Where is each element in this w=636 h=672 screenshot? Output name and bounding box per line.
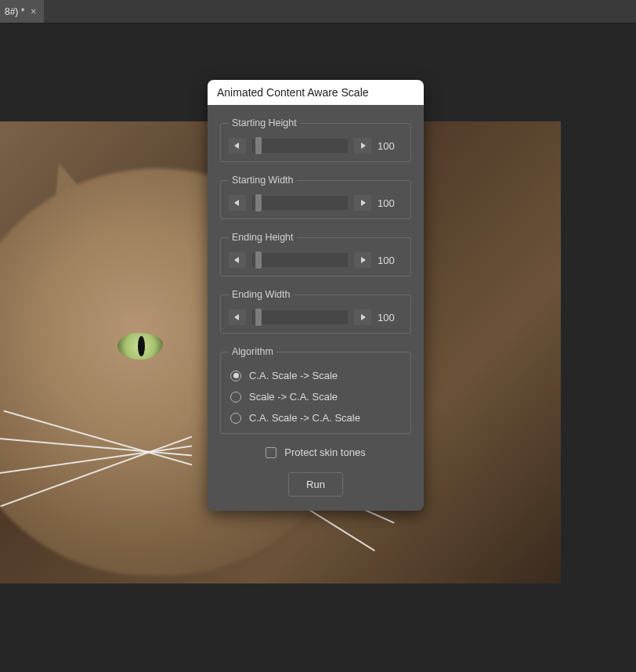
- ending-height-increment[interactable]: [354, 252, 371, 268]
- starting-height-increment[interactable]: [354, 138, 371, 154]
- starting-height-value: 100: [378, 140, 403, 152]
- algorithm-option-label: Scale -> C.A. Scale: [249, 391, 338, 403]
- triangle-left-icon: [233, 256, 241, 264]
- triangle-left-icon: [233, 199, 241, 207]
- triangle-right-icon: [359, 256, 367, 264]
- starting-width-decrement[interactable]: [229, 195, 246, 211]
- algorithm-option-label: C.A. Scale -> Scale: [249, 370, 338, 381]
- triangle-left-icon: [233, 313, 241, 321]
- starting-height-label: Starting Height: [229, 117, 300, 128]
- animated-content-aware-scale-dialog: Animated Content Aware Scale Starting He…: [208, 80, 424, 511]
- triangle-left-icon: [233, 142, 241, 150]
- ending-width-group: Ending Width 100: [220, 289, 411, 334]
- slider-thumb[interactable]: [255, 194, 262, 211]
- starting-width-increment[interactable]: [354, 195, 371, 211]
- ending-width-value: 100: [378, 312, 403, 323]
- algorithm-legend: Algorithm: [229, 346, 276, 357]
- starting-width-slider[interactable]: [252, 196, 348, 210]
- starting-width-group: Starting Width 100: [220, 175, 411, 219]
- ending-height-slider[interactable]: [252, 253, 348, 267]
- radio-icon: [230, 413, 241, 424]
- triangle-right-icon: [359, 199, 367, 207]
- ending-width-decrement[interactable]: [229, 309, 246, 325]
- protect-skin-tones-label: Protect skin tones: [284, 446, 365, 458]
- algorithm-option-1[interactable]: Scale -> C.A. Scale: [230, 391, 401, 403]
- slider-thumb[interactable]: [255, 251, 262, 269]
- dialog-title: Animated Content Aware Scale: [208, 80, 424, 105]
- run-button[interactable]: Run: [288, 472, 343, 497]
- close-icon[interactable]: ×: [31, 6, 36, 17]
- ending-width-slider[interactable]: [252, 310, 348, 324]
- document-tab[interactable]: 8#) * ×: [0, 0, 44, 23]
- triangle-right-icon: [359, 313, 367, 321]
- algorithm-option-2[interactable]: C.A. Scale -> C.A. Scale: [230, 412, 401, 424]
- tab-label: 8#) *: [5, 6, 24, 17]
- protect-skin-tones-checkbox[interactable]: [266, 447, 276, 458]
- ending-height-value: 100: [378, 255, 403, 266]
- slider-thumb[interactable]: [255, 137, 262, 154]
- starting-height-slider[interactable]: [252, 139, 348, 153]
- tab-bar: 8#) * ×: [0, 0, 636, 23]
- starting-width-value: 100: [378, 197, 403, 209]
- ending-width-label: Ending Width: [229, 289, 293, 300]
- triangle-right-icon: [359, 142, 367, 150]
- starting-width-label: Starting Width: [229, 175, 297, 186]
- protect-skin-tones-row[interactable]: Protect skin tones: [220, 446, 411, 458]
- ending-height-decrement[interactable]: [229, 252, 246, 268]
- radio-icon: [230, 392, 241, 403]
- algorithm-option-0[interactable]: C.A. Scale -> Scale: [230, 370, 401, 381]
- starting-height-group: Starting Height 100: [220, 117, 411, 162]
- radio-icon: [230, 370, 241, 381]
- ending-width-increment[interactable]: [354, 309, 371, 325]
- ending-height-label: Ending Height: [229, 232, 297, 243]
- algorithm-group: Algorithm C.A. Scale -> Scale Scale -> C…: [220, 346, 411, 434]
- starting-height-decrement[interactable]: [229, 138, 246, 154]
- algorithm-option-label: C.A. Scale -> C.A. Scale: [249, 412, 360, 424]
- ending-height-group: Ending Height 100: [220, 232, 411, 276]
- slider-thumb[interactable]: [255, 309, 262, 326]
